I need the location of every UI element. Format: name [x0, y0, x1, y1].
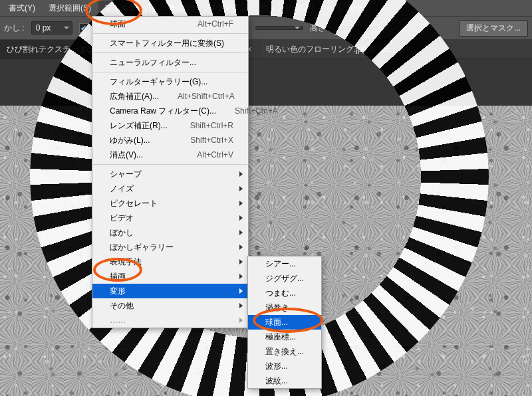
submenu-item-spherize[interactable]: 球面...	[248, 315, 321, 330]
menu-item-blur-gallery[interactable]: ぼかしギャラリー	[92, 240, 248, 254]
height-field[interactable]	[337, 26, 385, 30]
menu-item-liquify[interactable]: ゆがみ(L)...Shift+Ctrl+X	[92, 133, 248, 148]
menu-item-distort[interactable]: 変形	[92, 284, 248, 298]
antialias-checkbox[interactable]	[79, 23, 88, 33]
shortcut-label: Alt+Ctrl+V	[178, 150, 233, 159]
menu-item-video[interactable]: ビデオ	[92, 211, 248, 225]
menu-item-vanish[interactable]: 消点(V)...Alt+Ctrl+V	[92, 148, 248, 162]
app-menubar: 書式(Y) 選択範囲(S) フィルター(T) 表示(V) プラグイン ウィンドウ…	[0, 0, 532, 16]
menu-item-label: 波紋...	[265, 375, 288, 387]
menu-item-last-filter[interactable]: 球面 Alt+Ctrl+F	[92, 17, 248, 31]
menu-separator	[93, 52, 247, 53]
menu-item-hidden[interactable]: ……	[92, 313, 248, 328]
filter-menu: 球面 Alt+Ctrl+F スマートフィルター用に変換(S) ニューラルフィルタ…	[92, 16, 249, 328]
height-label: 高さ :	[310, 23, 331, 34]
menu-item-label: スマートフィルター用に変換(S)	[110, 38, 224, 49]
menu-item-label: その他	[110, 300, 134, 312]
menu-filter[interactable]: フィルター(T)	[98, 1, 160, 16]
submenu-item-zigzag[interactable]: ジグザグ...	[248, 271, 321, 286]
submenu-item-shear[interactable]: シアー...	[248, 256, 321, 271]
menu-item-label: 描画	[110, 271, 126, 282]
menu-item-sharpen[interactable]: シャープ	[92, 167, 248, 181]
close-icon[interactable]: ×	[400, 45, 405, 54]
menu-item-label: シャープ	[110, 169, 142, 180]
menu-item-label: 球面...	[265, 317, 288, 328]
menu-item-label: ビデオ	[110, 213, 134, 224]
feather-field[interactable]: 0 px	[31, 21, 72, 35]
menu-item-label: Camera Raw フィルター(C)...	[110, 106, 216, 117]
menu-item-label: ノイズ	[110, 183, 134, 195]
shortcut-label: Shift+Ctrl+A	[216, 106, 278, 116]
menu-select[interactable]: 選択範囲(S)	[43, 1, 97, 16]
select-and-mask-button[interactable]: 選択とマスク...	[459, 20, 528, 37]
menu-item-smart-filter[interactable]: スマートフィルター用に変換(S)	[92, 36, 248, 50]
menu-item-gallery[interactable]: フィルターギャラリー(G)...	[92, 74, 248, 89]
menu-item-label: つまむ...	[265, 288, 296, 299]
submenu-item-ocean[interactable]: 渦巻き...	[248, 300, 321, 315]
tab-label: ひび割れテクスチャ.jpg @	[7, 44, 102, 55]
shortcut-label: Shift+Ctrl+X	[172, 136, 233, 145]
menu-item-label: 変形	[110, 286, 126, 297]
menu-window[interactable]: ウィンドウ(W)	[255, 1, 319, 16]
distort-submenu: シアー... ジグザグ... つまむ... 渦巻き... 球面... 極座標..…	[247, 256, 322, 389]
menu-item-label: フィルターギャラリー(G)...	[110, 76, 207, 88]
feather-label: かし :	[4, 23, 25, 34]
menu-item-label: 広角補正(A)...	[110, 91, 159, 102]
menu-item-label: 渦巻き...	[265, 302, 296, 314]
document-tab[interactable]: 明るい色のフローリング.jpg @ 25... ×	[259, 40, 413, 58]
menu-item-label: 表現手法	[110, 256, 142, 268]
menu-item-pixelate[interactable]: ピクセレート	[92, 196, 248, 211]
submenu-item-polar[interactable]: 極座標...	[248, 330, 321, 344]
menu-item-label: ゆがみ(L)...	[110, 135, 150, 146]
menu-item-stylize[interactable]: 描画	[92, 269, 248, 284]
menu-item-label: 球面	[110, 19, 126, 30]
menu-format[interactable]: 書式(Y)	[3, 1, 41, 16]
menu-item-wide-angle[interactable]: 広角補正(A)...Alt+Shift+Ctrl+A	[92, 89, 248, 104]
width-field[interactable]	[255, 26, 303, 30]
menu-item-neural[interactable]: ニューラルフィルター...	[92, 55, 248, 70]
shortcut-label: Shift+Ctrl+R	[172, 121, 233, 130]
menu-item-noise[interactable]: ノイズ	[92, 181, 248, 196]
menu-item-label: レンズ補正(R)...	[110, 120, 168, 132]
menu-item-label: 極座標...	[265, 332, 296, 343]
menu-item-render[interactable]: 表現手法	[92, 254, 248, 269]
options-bar: かし : 0 px ア 幅 : 高さ : 選択とマスク...	[0, 16, 532, 40]
menu-item-label: ピクセレート	[110, 198, 158, 209]
menu-item-label: ぼかしギャラリー	[110, 242, 174, 253]
menu-item-label: ……	[110, 316, 126, 325]
menu-plugins[interactable]: プラグイン	[201, 1, 253, 16]
menu-item-label: ニューラルフィルター...	[110, 57, 196, 68]
tab-label: 明るい色のフローリング.jpg @ 25...	[266, 44, 395, 55]
menu-item-label: ジグザグ...	[265, 273, 304, 284]
shortcut-label: Alt+Ctrl+F	[179, 19, 233, 29]
submenu-item-pinch[interactable]: つまむ...	[248, 286, 321, 300]
menu-item-label: ぼかし	[110, 227, 134, 239]
submenu-item-wave[interactable]: 波形...	[248, 359, 321, 373]
submenu-item-displace[interactable]: 置き換え...	[248, 344, 321, 359]
menu-item-label: 波形...	[265, 361, 288, 372]
menu-item-lens[interactable]: レンズ補正(R)...Shift+Ctrl+R	[92, 118, 248, 133]
shortcut-label: Alt+Shift+Ctrl+A	[159, 92, 235, 101]
menu-separator	[93, 72, 247, 72]
canvas-pasteboard	[0, 59, 532, 106]
submenu-item-ripple[interactable]: 波紋...	[248, 373, 321, 388]
menu-item-blur[interactable]: ぼかし	[92, 225, 248, 240]
document-tabbar: ひび割れテクスチャ.jpg @ 散りばめられたテクスチャ.jpg @... × …	[0, 40, 532, 59]
menu-item-label: 置き換え...	[265, 346, 304, 357]
menu-separator	[93, 164, 247, 165]
menu-item-camera-raw[interactable]: Camera Raw フィルター(C)...Shift+Ctrl+A	[92, 104, 248, 118]
menu-help[interactable]: ヘルプ(H)	[321, 1, 368, 16]
menu-item-label: シアー...	[265, 258, 296, 270]
menu-separator	[93, 33, 247, 34]
menu-view[interactable]: 表示(V)	[162, 1, 200, 16]
menu-item-label: 消点(V)...	[110, 149, 143, 161]
menu-item-other[interactable]: その他	[92, 298, 248, 313]
